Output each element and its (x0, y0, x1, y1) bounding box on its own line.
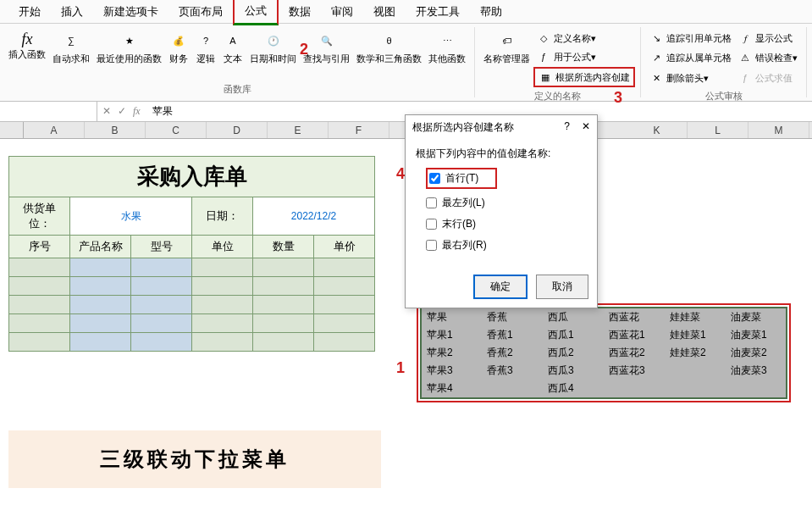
data-cell[interactable] (665, 380, 726, 398)
data-cell[interactable]: 苹果1 (421, 326, 482, 344)
cell[interactable] (314, 333, 375, 352)
data-cell[interactable]: 西瓜2 (543, 344, 604, 362)
more-functions-button[interactable]: ⋯ 其他函数 (425, 29, 469, 67)
cell[interactable] (314, 277, 375, 296)
remove-arrows-button[interactable]: ✕ 删除箭头 ▾ (646, 69, 735, 86)
tab-developer[interactable]: 开发工具 (406, 0, 470, 24)
cell[interactable] (192, 314, 253, 333)
cell[interactable] (131, 296, 192, 314)
tab-help[interactable]: 帮助 (470, 0, 512, 24)
cell[interactable] (253, 277, 314, 296)
cell[interactable] (131, 258, 192, 277)
create-from-selection-button[interactable]: ▦ 根据所选内容创建 (533, 67, 635, 87)
error-check-button[interactable]: ⚠ 错误检查 ▾ (735, 50, 801, 67)
cell[interactable] (70, 258, 131, 277)
tab-review[interactable]: 审阅 (321, 0, 363, 24)
cancel-button[interactable]: 取消 (536, 275, 588, 299)
ok-button[interactable]: 确定 (473, 275, 528, 299)
tab-view[interactable]: 视图 (363, 0, 406, 24)
tab-layout[interactable]: 页面布局 (168, 0, 233, 24)
cell[interactable] (192, 258, 253, 277)
help-icon[interactable]: ? (564, 120, 570, 135)
data-cell[interactable]: 娃娃菜1 (665, 326, 726, 344)
close-icon[interactable]: ✕ (582, 120, 590, 135)
cell[interactable] (253, 296, 314, 314)
col-header[interactable]: A (24, 122, 85, 138)
col-header[interactable]: D (207, 122, 268, 138)
data-cell[interactable] (726, 380, 787, 398)
cell[interactable] (9, 296, 70, 314)
use-in-formula-button[interactable]: ƒ 用于公式 ▾ (533, 48, 635, 65)
autosum-button[interactable]: ∑ 自动求和 (49, 29, 93, 67)
date-value[interactable]: 2022/12/2 (253, 197, 375, 236)
right-col-checkbox[interactable] (426, 240, 437, 251)
data-cell[interactable]: 香蕉3 (482, 362, 543, 380)
data-cell[interactable]: 香蕉1 (482, 326, 543, 344)
cell[interactable] (9, 277, 70, 296)
hdr-cell[interactable]: 苹果 (421, 308, 482, 326)
tab-new[interactable]: 新建选项卡 (93, 0, 168, 24)
cell[interactable] (9, 333, 70, 352)
name-box[interactable] (0, 102, 97, 121)
data-cell[interactable]: 油麦菜2 (726, 344, 787, 362)
data-cell[interactable]: 油麦菜1 (726, 326, 787, 344)
financial-button[interactable]: 💰 财务 (165, 29, 192, 67)
data-cell[interactable] (604, 380, 665, 398)
define-name-button[interactable]: ◇ 定义名称 ▾ (533, 30, 635, 47)
cell[interactable] (253, 314, 314, 333)
insert-function-button[interactable]: fx 插入函数 (5, 29, 49, 63)
col-header[interactable]: K (627, 122, 688, 138)
cell[interactable] (9, 258, 70, 277)
hdr-cell[interactable]: 香蕉 (482, 308, 543, 326)
trace-dependents-button[interactable]: ↗ 追踪从属单元格 (646, 50, 735, 67)
col-header[interactable]: C (146, 122, 207, 138)
data-cell[interactable]: 西蓝花3 (604, 362, 665, 380)
cell[interactable] (314, 314, 375, 333)
confirm-icon[interactable]: ✓ (118, 105, 126, 118)
data-cell[interactable]: 西瓜1 (543, 326, 604, 344)
bottom-row-checkbox[interactable] (426, 219, 437, 230)
data-cell[interactable]: 苹果2 (421, 344, 482, 362)
tab-insert[interactable]: 插入 (51, 0, 93, 24)
col-header[interactable]: E (268, 122, 329, 138)
cell[interactable] (70, 296, 131, 314)
cancel-icon[interactable]: ✕ (102, 105, 111, 118)
trace-precedents-button[interactable]: ↘ 追踪引用单元格 (646, 31, 735, 47)
data-cell[interactable]: 香蕉2 (482, 344, 543, 362)
col-header[interactable]: F (329, 122, 389, 138)
data-cell[interactable] (482, 380, 543, 398)
cell[interactable] (192, 333, 253, 352)
col-header[interactable]: B (85, 122, 146, 138)
opt-left-col[interactable]: 最左列(L) (442, 196, 485, 210)
data-cell[interactable]: 西蓝花1 (604, 326, 665, 344)
tab-formulas[interactable]: 公式 (233, 0, 279, 25)
supplier-value[interactable]: 水果 (70, 197, 192, 236)
opt-top-row[interactable]: 首行(T) (445, 171, 478, 186)
evaluate-button[interactable]: ƒ 公式求值 (735, 69, 801, 86)
top-row-checkbox[interactable] (429, 173, 440, 184)
cell[interactable] (131, 314, 192, 333)
source-data-table[interactable]: 苹果 香蕉 西瓜 西蓝花 娃娃菜 油麦菜 苹果1 香蕉1 西瓜1 西蓝花1 娃娃… (420, 307, 787, 399)
cell[interactable] (253, 258, 314, 277)
cell[interactable] (9, 314, 70, 333)
recent-functions-button[interactable]: ★ 最近使用的函数 (93, 29, 165, 67)
math-button[interactable]: θ 数学和三角函数 (353, 29, 425, 67)
fx-icon[interactable]: fx (133, 105, 141, 118)
data-cell[interactable]: 西瓜3 (543, 362, 604, 380)
cell[interactable] (131, 333, 192, 352)
cell[interactable] (70, 314, 131, 333)
cell[interactable] (70, 333, 131, 352)
data-cell[interactable]: 西蓝花2 (604, 344, 665, 362)
tab-data[interactable]: 数据 (279, 0, 321, 24)
name-manager-button[interactable]: 🏷 名称管理器 (480, 29, 533, 67)
select-all-corner[interactable] (0, 122, 24, 138)
cell[interactable] (253, 333, 314, 352)
hdr-cell[interactable]: 西蓝花 (604, 308, 665, 326)
opt-bottom-row[interactable]: 末行(B) (442, 217, 476, 231)
text-button[interactable]: A 文本 (219, 29, 246, 67)
tab-home[interactable]: 开始 (8, 0, 51, 24)
opt-right-col[interactable]: 最右列(R) (442, 238, 487, 252)
cell[interactable] (192, 277, 253, 296)
cell[interactable] (314, 296, 375, 314)
datetime-button[interactable]: 🕐 日期和时间 (246, 29, 300, 67)
